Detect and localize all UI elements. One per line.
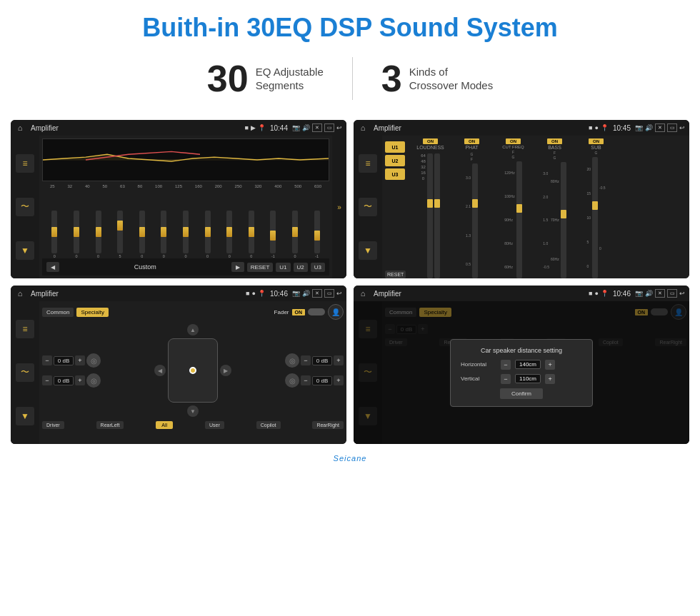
screen3-sidebar: ≡ 〜 ▼ (11, 301, 39, 444)
cx-phat-on[interactable]: ON (464, 138, 479, 144)
tab-common-3[interactable]: Common (42, 308, 74, 317)
right-top-minus[interactable]: − (301, 355, 311, 365)
fader-label: Fader (274, 309, 289, 315)
eq-slider-7: 0 (205, 211, 211, 258)
cx-loudness-slider2[interactable] (434, 153, 440, 278)
rear-left-btn[interactable]: RearLeft (96, 421, 124, 429)
screen2-topbar-icons: ■ ● 📍 10:45 📷 🔊 ✕ ▭ ↩ (589, 123, 685, 132)
cx-sub-label: SUB (591, 145, 601, 150)
home-icon-2[interactable]: ⌂ (358, 123, 368, 133)
left-top-value: 0 dB (54, 356, 74, 365)
cx-cutfreq-slider[interactable] (516, 161, 522, 278)
close4-icon[interactable]: ✕ (655, 289, 665, 298)
eq-icon[interactable]: ≡ (16, 154, 34, 173)
crossover-content: U1 U2 U3 RESET ON LOUDNESS (382, 136, 689, 278)
fader-toggle[interactable] (308, 308, 325, 315)
right-speakers: ◎ − 0 dB + ◎ − 0 dB + (285, 353, 344, 388)
left-bottom-value: 0 dB (54, 376, 74, 385)
vertical-minus-btn[interactable]: − (501, 374, 511, 384)
confirm-btn[interactable]: Confirm (500, 388, 543, 399)
cx-cutfreq-on[interactable]: ON (506, 138, 521, 144)
horizontal-minus-btn[interactable]: − (501, 360, 511, 370)
eq-sliders: 0 0 0 5 0 0 0 0 0 0 -1 0 -1 (42, 190, 329, 258)
back2-icon[interactable]: ↩ (679, 124, 685, 131)
screen1-body: ≡ 〜 ▼ 25 32 40 5 (11, 136, 346, 278)
window-icon[interactable]: ▭ (324, 123, 334, 132)
cx-loudness-slider1[interactable] (427, 153, 433, 278)
eq-slider-5: 0 (161, 211, 166, 258)
back-icon[interactable]: ↩ (336, 124, 342, 131)
home-icon[interactable]: ⌂ (15, 123, 25, 133)
cx-u3-btn[interactable]: U3 (385, 168, 405, 180)
left-top-plus[interactable]: + (75, 355, 85, 365)
up-arrow: ▲ (187, 324, 199, 335)
close-icon[interactable]: ✕ (312, 123, 322, 132)
cx-cutfreq-sliders: 120Hz100Hz90Hz80Hz60Hz (504, 160, 521, 278)
home-icon-3[interactable]: ⌂ (15, 288, 25, 298)
vertical-plus-btn[interactable]: + (545, 374, 555, 384)
screen1-topbar: ⌂ Amplifier ■ ▶ 📍 10:44 📷 🔊 ✕ ▭ ↩ (11, 120, 346, 136)
cx-u2-btn[interactable]: U2 (385, 155, 405, 166)
cx-channel-cutfreq: ON CUT FREQ FG 120Hz100Hz90Hz80Hz60Hz (494, 138, 533, 278)
cx-bass-slider[interactable] (561, 162, 566, 278)
prev-btn[interactable]: ◀ (46, 262, 59, 272)
eq-label-11: 320 (254, 184, 261, 188)
u3-btn[interactable]: U3 (311, 263, 325, 272)
cx-bass-sliders: 3.02.01.51.0-0.5 80Hz70Hz60Hz (543, 161, 566, 278)
rear-right-btn[interactable]: RearRight (312, 421, 344, 429)
tab-specialty-3[interactable]: Specialty (76, 308, 108, 317)
reset-btn[interactable]: RESET (247, 263, 274, 272)
driver-btn[interactable]: Driver (42, 421, 64, 429)
all-btn[interactable]: All (156, 421, 173, 429)
screen1-right-chevron[interactable]: » (332, 136, 346, 278)
wave3-icon[interactable]: 〜 (16, 363, 34, 382)
camera3-icon: 📷 (292, 290, 300, 297)
eq-slider-4: 0 (139, 211, 145, 258)
stat-eq-number: 30 (207, 57, 249, 100)
horizontal-plus-btn[interactable]: + (545, 360, 555, 370)
window3-icon[interactable]: ▭ (324, 289, 334, 298)
eq3-icon[interactable]: ≡ (16, 320, 34, 338)
cx-sub-slider[interactable] (592, 157, 598, 278)
horizontal-label: Horizontal (461, 361, 496, 368)
right-top-plus[interactable]: + (334, 355, 344, 365)
close3-icon[interactable]: ✕ (312, 289, 322, 298)
back4-icon[interactable]: ↩ (679, 290, 685, 297)
eq-label-3: 50 (103, 184, 108, 188)
eq-label-0: 25 (50, 184, 55, 188)
left-bottom-speaker: ◎ (86, 373, 101, 388)
cx-reset-btn[interactable]: RESET (385, 271, 406, 278)
back3-icon[interactable]: ↩ (336, 290, 342, 297)
next-btn[interactable]: ▶ (231, 262, 244, 272)
eq2-icon[interactable]: ≡ (359, 154, 377, 173)
user-btn[interactable]: User (205, 421, 224, 429)
cx-phat-slider[interactable] (472, 163, 478, 278)
volume-ctrl3-icon[interactable]: ▼ (16, 407, 34, 425)
left-bottom-plus[interactable]: + (75, 375, 85, 385)
window4-icon[interactable]: ▭ (667, 289, 677, 298)
eq-label-10: 250 (235, 184, 242, 188)
wave2-icon[interactable]: 〜 (359, 198, 377, 216)
cx-sub-on[interactable]: ON (589, 138, 604, 144)
u1-btn[interactable]: U1 (276, 263, 290, 272)
left-top-minus[interactable]: − (42, 355, 52, 365)
home-icon-4[interactable]: ⌂ (358, 288, 368, 298)
volume-down-icon[interactable]: ▼ (16, 241, 34, 260)
cx-loudness-on[interactable]: ON (423, 138, 438, 144)
close2-icon[interactable]: ✕ (655, 123, 665, 132)
copilot-btn[interactable]: Copilot (256, 421, 281, 429)
right-bottom-plus[interactable]: + (334, 375, 344, 385)
eq-slider-1: 0 (74, 211, 79, 258)
cx-cutfreq-label: CUT FREQ (502, 145, 524, 149)
right-bottom-minus[interactable]: − (301, 375, 311, 385)
wave-icon[interactable]: 〜 (16, 198, 34, 216)
cx-bass-on[interactable]: ON (547, 138, 562, 144)
screen3-topbar-icons: ■ ● 📍 10:46 📷 🔊 ✕ ▭ ↩ (246, 289, 342, 298)
u2-btn[interactable]: U2 (294, 263, 308, 272)
cx-u1-btn[interactable]: U1 (385, 141, 405, 153)
volume-ctrl2-icon[interactable]: ▼ (359, 241, 377, 260)
left-bottom-minus[interactable]: − (42, 375, 52, 385)
window2-icon[interactable]: ▭ (667, 123, 677, 132)
eq-slider-10: -1 (270, 211, 276, 258)
location4-icon: 📍 (601, 290, 609, 297)
